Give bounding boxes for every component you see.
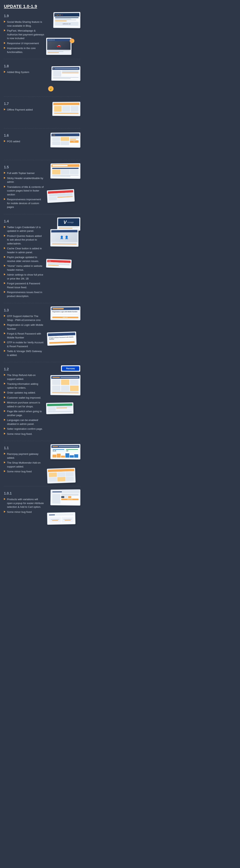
- bullet-arrow: [4, 256, 5, 258]
- bullet-arrow: [4, 47, 5, 49]
- list-item: Languages can be enabled/ disabled in ad…: [4, 418, 44, 426]
- list-item: Order updates log added.: [4, 391, 44, 395]
- list-item: Minimum purchase amount is added in cart…: [4, 401, 44, 408]
- version-list-13: OTP Support Added for The Shop - PWA eCo…: [4, 314, 44, 357]
- list-item: Products with variations will open a pop…: [4, 497, 44, 509]
- bullet-arrow: [4, 282, 5, 284]
- list-item: Twitter Login Credentials UI is updated …: [4, 225, 44, 233]
- screenshot-card-15b: [47, 189, 74, 203]
- bullet-arrow: [4, 392, 5, 393]
- version-section-11: 1.1 Razorpay payment gateway added. The …: [4, 444, 80, 486]
- list-item: Responsiveness issues fixed in product d…: [4, 290, 44, 298]
- bullet-arrow: [4, 265, 5, 267]
- list-item: Added Blog System: [4, 70, 44, 74]
- screenshot-card-multivendor: [46, 402, 73, 414]
- screenshots-11: $1.2K 142: [46, 444, 80, 483]
- version-list-16: POS added: [4, 140, 44, 144]
- version-section-14: 1.4 Twitter Login Credentials UI is upda…: [4, 217, 80, 303]
- list-item: Forgot password & Password Reset issue f…: [4, 282, 44, 289]
- list-item: Registration & Login with Mobile Number: [4, 323, 44, 331]
- list-item: Responsive UI improvement: [4, 41, 44, 45]
- divider: [4, 214, 80, 214]
- screenshot-card-blog1: [51, 66, 80, 81]
- list-item: Social Media Sharing feature is now avai…: [4, 20, 44, 28]
- screenshot-card-twilio: twilio: [46, 259, 71, 268]
- bullet-arrow: [4, 374, 5, 376]
- version-section-13: 1.3 OTP Support Added for The Shop - PWA…: [4, 306, 80, 362]
- screenshots-101: Add to Cart: [46, 490, 80, 525]
- screenshot-card-15a: [51, 163, 81, 179]
- list-item: Some minor bug fixed: [4, 470, 44, 473]
- version-label-19: 1.9: [4, 14, 44, 18]
- screenshot-card-razorpay-badge: Razorpay: [61, 365, 80, 372]
- list-item: Some minor bug fixed.: [4, 432, 44, 436]
- main-container: UPDATE 1.0-1.9 1.9 Social Media Sharing …: [0, 0, 84, 533]
- bullet-arrow: [4, 21, 5, 23]
- bullet-arrow: [4, 226, 5, 228]
- version-section-15: 1.5 Full width Topbar banner Sticky Head…: [4, 163, 80, 214]
- bullet-arrow: [4, 341, 5, 343]
- coin-icon-decoration: 💰: [48, 86, 54, 91]
- bullet-arrow: [4, 433, 5, 435]
- screenshot-card-vonage: V vonage: [57, 217, 80, 230]
- screenshot-card-pos: POS: [51, 132, 81, 148]
- version-label-15: 1.5: [4, 165, 44, 169]
- divider: [4, 441, 80, 441]
- version-list-17: Offline Payment added: [4, 108, 44, 112]
- version-list-12: The Shop Refund Add-on support added. Tr…: [4, 373, 44, 436]
- bullet-arrow: [4, 397, 5, 398]
- screenshot-card-product-white: [47, 512, 76, 525]
- bullet-arrow: [4, 108, 5, 110]
- bullet-arrow: [4, 470, 5, 472]
- screenshots-15: [46, 163, 80, 202]
- bullet-arrow: [4, 235, 5, 237]
- version-list-11: Razorpay payment gateway added. The Shop…: [4, 452, 44, 473]
- list-item: OTP in mobile for Verify Account & Reset…: [4, 341, 44, 348]
- version-label-11: 1.1: [4, 446, 44, 450]
- list-item: Page title switch when going to another …: [4, 409, 44, 417]
- bullet-arrow: [4, 498, 5, 500]
- bullet-arrow: [4, 511, 5, 513]
- version-label-14: 1.4: [4, 219, 44, 223]
- screenshot-card-offline: [52, 102, 80, 116]
- list-item: Paytm package updated to resolve older v…: [4, 255, 44, 263]
- version-section-17: 1.7 Offline Payment added: [4, 100, 80, 128]
- list-item: Customer wallet log improved.: [4, 396, 44, 400]
- bullet-arrow: [4, 333, 5, 334]
- version-section-12: 1.2 The Shop Refund Add-on support added…: [4, 365, 80, 441]
- pencil-icon-decoration: ✏️: [70, 38, 74, 43]
- list-item: Product Queries feature added to ask abo…: [4, 234, 44, 246]
- bullet-arrow: [4, 172, 5, 174]
- version-list-101: Products with variations will open a pop…: [4, 497, 44, 514]
- screenshots-17: [46, 100, 80, 125]
- bullet-arrow: [4, 71, 5, 73]
- list-item: Some minor bug fixed: [4, 510, 44, 514]
- list-item: Full width Topbar banner: [4, 171, 44, 175]
- bullet-arrow: [4, 186, 5, 188]
- version-section-19: 1.9 Social Media Sharing feature is now …: [4, 12, 80, 59]
- version-label-13: 1.3: [4, 308, 44, 312]
- list-item: Improvements in the core functionalities…: [4, 46, 44, 54]
- bullet-arrow: [4, 428, 5, 430]
- bullet-arrow: [4, 42, 5, 44]
- list-item: Twilio & Vonage SMS Gateway is added.: [4, 349, 44, 357]
- screenshot-card-shop-listing: [51, 375, 81, 396]
- list-item: Tracking information adding option for o…: [4, 382, 44, 390]
- screenshot-card-otp1: Registration Login with Mobile Number SE…: [51, 306, 81, 320]
- version-list-19: Social Media Sharing feature is now avai…: [4, 20, 44, 54]
- screenshots-13: Registration Login with Mobile Number SE…: [46, 306, 80, 345]
- list-item: Admin settings to show full price or pri…: [4, 273, 44, 280]
- bullet-arrow: [4, 247, 5, 249]
- screenshots-14: V vonage 👤 👤: [46, 217, 80, 268]
- bullet-arrow: [4, 453, 5, 455]
- list-item: Offline Payment added: [4, 108, 44, 112]
- bullet-arrow: [4, 350, 5, 352]
- list-item: Cache Clear button is added in header in…: [4, 247, 44, 254]
- bullet-arrow: [4, 315, 5, 317]
- bullet-arrow: [4, 177, 5, 179]
- version-label-18: 1.8: [4, 64, 44, 68]
- divider: [4, 303, 80, 303]
- screenshots-19: PayFast ● authorize.net: [46, 12, 80, 55]
- screenshot-card-variation: Add to Cart: [51, 489, 81, 505]
- screenshots-16: POS: [46, 131, 80, 157]
